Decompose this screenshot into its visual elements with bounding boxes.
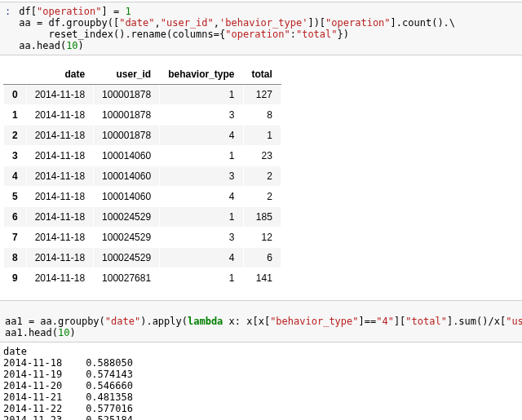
code-line: df["operation"] = 1 bbox=[19, 6, 455, 17]
prompt-label: : bbox=[5, 304, 16, 316]
code-line: aa = df.groupby(["date","user_id",'behav… bbox=[19, 17, 455, 29]
table-cell: 12 bbox=[243, 228, 281, 248]
table-cell: 6 bbox=[243, 248, 281, 268]
table-cell: 141 bbox=[243, 268, 281, 289]
table-cell: 3 bbox=[160, 105, 243, 126]
table-cell: 100024529 bbox=[94, 248, 160, 268]
table-cell: 1 bbox=[160, 207, 243, 228]
prompt-label: : bbox=[5, 6, 16, 17]
table-cell: 2014-11-18 bbox=[26, 248, 93, 268]
table-cell: 127 bbox=[243, 85, 281, 105]
table-row: 02014-11-181000018781127 bbox=[4, 85, 281, 105]
table-cell: 2014-11-18 bbox=[26, 146, 93, 166]
table-row: 52014-11-1810001406042 bbox=[4, 187, 281, 207]
table-cell: 23 bbox=[243, 146, 281, 166]
code-body-2: aa1 = aa.groupby("date").apply(lambda x:… bbox=[5, 316, 522, 338]
code-cell-2: : aa1 = aa.groupby("date").apply(lambda … bbox=[0, 300, 522, 343]
row-index-cell: 2 bbox=[4, 126, 27, 146]
code-line: reset_index().rename(columns={"operation… bbox=[19, 29, 455, 40]
table-row: 42014-11-1810001406032 bbox=[4, 166, 281, 187]
table-cell: 2014-11-18 bbox=[26, 268, 93, 289]
row-index-cell: 7 bbox=[4, 228, 27, 248]
series-output: date 2014-11-18 0.588050 2014-11-19 0.57… bbox=[3, 346, 522, 420]
table-cell: 100001878 bbox=[94, 126, 160, 146]
table-cell: 2014-11-18 bbox=[26, 105, 93, 126]
table-cell: 8 bbox=[243, 105, 281, 126]
table-cell: 3 bbox=[160, 228, 243, 248]
table-row: 62014-11-181000245291185 bbox=[4, 207, 281, 228]
table-header-cell: date bbox=[26, 64, 93, 85]
table-row: 32014-11-18100014060123 bbox=[4, 146, 281, 166]
row-index-cell: 1 bbox=[4, 105, 27, 126]
table-cell: 2014-11-18 bbox=[26, 187, 93, 207]
table-cell: 100014060 bbox=[94, 166, 160, 187]
dataframe-output: dateuser_idbehavior_typetotal 02014-11-1… bbox=[3, 64, 281, 289]
table-cell: 2014-11-18 bbox=[26, 207, 93, 228]
table-cell: 2 bbox=[243, 187, 281, 207]
row-index-cell: 5 bbox=[4, 187, 27, 207]
table-row: 12014-11-1810000187838 bbox=[4, 105, 281, 126]
table-header-cell: total bbox=[243, 64, 281, 85]
row-index-cell: 8 bbox=[4, 248, 27, 268]
table-cell: 100001878 bbox=[94, 85, 160, 105]
table-cell: 100014060 bbox=[94, 146, 160, 166]
row-index-cell: 3 bbox=[4, 146, 27, 166]
table-row: 82014-11-1810002452946 bbox=[4, 248, 281, 268]
row-index-cell: 0 bbox=[4, 85, 27, 105]
table-cell: 1 bbox=[160, 85, 243, 105]
code-line: aa1 = aa.groupby("date").apply(lambda x:… bbox=[5, 316, 522, 327]
table-cell: 1 bbox=[160, 268, 243, 289]
table-header-cell bbox=[4, 64, 27, 85]
code-line: aa1.head(10) bbox=[5, 327, 522, 338]
table-cell: 3 bbox=[160, 166, 243, 187]
table-cell: 2014-11-18 bbox=[26, 126, 93, 146]
table-cell: 100014060 bbox=[94, 187, 160, 207]
table-cell: 185 bbox=[243, 207, 281, 228]
table-cell: 2014-11-18 bbox=[26, 85, 93, 105]
table-row: 92014-11-181000276811141 bbox=[4, 268, 281, 289]
table-cell: 100024529 bbox=[94, 207, 160, 228]
code-cell-1: : df["operation"] = 1 aa = df.groupby(["… bbox=[0, 2, 522, 55]
table-cell: 100027681 bbox=[94, 268, 160, 289]
row-index-cell: 4 bbox=[4, 166, 27, 187]
table-header-row: dateuser_idbehavior_typetotal bbox=[4, 64, 281, 85]
code-body-1: df["operation"] = 1 aa = df.groupby(["da… bbox=[19, 6, 455, 51]
table-cell: 2014-11-18 bbox=[26, 166, 93, 187]
table-cell: 2014-11-18 bbox=[26, 228, 93, 248]
table-cell: 100001878 bbox=[94, 105, 160, 126]
row-index-cell: 9 bbox=[4, 268, 27, 289]
table-cell: 4 bbox=[160, 187, 243, 207]
table-cell: 4 bbox=[160, 248, 243, 268]
code-line: aa.head(10) bbox=[19, 40, 455, 51]
table-cell: 4 bbox=[160, 126, 243, 146]
row-index-cell: 6 bbox=[4, 207, 27, 228]
table-cell: 100024529 bbox=[94, 228, 160, 248]
table-header-cell: user_id bbox=[94, 64, 160, 85]
table-cell: 1 bbox=[160, 146, 243, 166]
table-row: 72014-11-18100024529312 bbox=[4, 228, 281, 248]
table-header-cell: behavior_type bbox=[160, 64, 243, 85]
table-cell: 1 bbox=[243, 126, 281, 146]
table-cell: 2 bbox=[243, 166, 281, 187]
table-row: 22014-11-1810000187841 bbox=[4, 126, 281, 146]
